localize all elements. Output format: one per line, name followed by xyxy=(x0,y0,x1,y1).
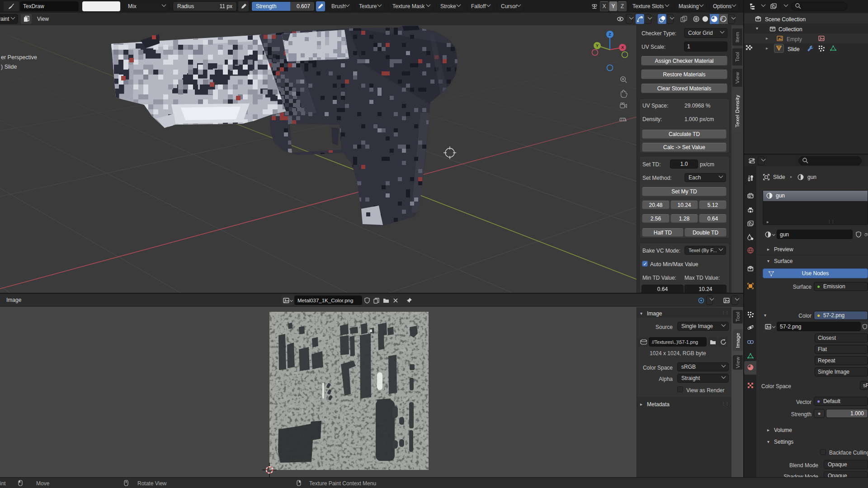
svg-text:Z: Z xyxy=(609,32,611,37)
svg-text:X: X xyxy=(621,45,624,50)
svg-text:Y: Y xyxy=(596,43,599,48)
